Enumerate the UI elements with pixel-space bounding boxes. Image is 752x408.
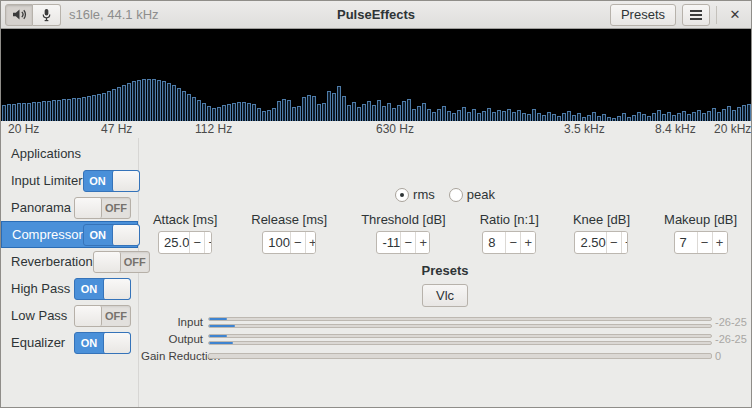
spin-value[interactable]: 100: [263, 232, 290, 253]
spin-value[interactable]: -11: [377, 232, 400, 253]
spectrum-bar: [372, 105, 376, 121]
spectrum-bar: [357, 107, 361, 121]
param-release-ms: Release [ms]100−+: [251, 212, 327, 254]
toggle-knob: [112, 171, 139, 191]
param-label: Knee [dB]: [573, 212, 630, 227]
presets-button[interactable]: Presets: [610, 4, 676, 26]
increment-button[interactable]: +: [712, 232, 727, 253]
peak-radio[interactable]: peak: [449, 187, 495, 202]
rms-radio[interactable]: rms: [395, 187, 435, 202]
spin-value[interactable]: 7: [675, 232, 697, 253]
spectrum-bar: [637, 112, 641, 121]
spectrum-bar: [737, 107, 741, 121]
spectrum-bar: [182, 91, 186, 121]
sidebar: Applications Input LimiterONPanoramaOFFC…: [1, 138, 139, 407]
param-label: Release [ms]: [251, 212, 327, 227]
spectrum-bar: [662, 114, 666, 121]
increment-button[interactable]: +: [415, 232, 430, 253]
increment-button[interactable]: +: [520, 232, 535, 253]
spectrum-bar: [12, 104, 16, 121]
spectrum-bar: [472, 109, 476, 121]
spin-value[interactable]: 8: [483, 232, 505, 253]
spectrum-bar: [432, 112, 436, 121]
spectrum-bar: [47, 101, 51, 121]
toggle-panorama[interactable]: OFF: [74, 197, 131, 219]
spectrum-bar: [77, 98, 81, 121]
decrement-button[interactable]: −: [505, 232, 520, 253]
spectrum-bar: [157, 80, 161, 121]
toggle-knob: [112, 225, 139, 245]
spectrum-bar: [187, 94, 191, 121]
output-device-button[interactable]: [5, 4, 33, 26]
detection-mode-group: rms peak: [395, 187, 495, 202]
sidebar-item-label: Compressor: [12, 227, 83, 242]
sidebar-item-equalizer[interactable]: EqualizerON: [1, 329, 138, 356]
menu-button[interactable]: [682, 4, 710, 26]
toggle-low-pass[interactable]: OFF: [74, 305, 131, 327]
spectrum-bar: [82, 97, 86, 121]
spectrum-bar: [117, 87, 121, 121]
spectrum-bar: [317, 104, 321, 121]
spectrum-bar: [517, 110, 521, 121]
spectrum-bar: [642, 114, 646, 121]
sidebar-item-compressor[interactable]: CompressorON: [1, 221, 138, 248]
ratio-n1-spinbutton: 8−+: [482, 231, 536, 254]
spectrum-bar: [602, 114, 606, 121]
param-knee-db: Knee [dB]2.50−+: [573, 212, 630, 254]
frequency-tick-label: 20 kHz: [714, 122, 751, 136]
toggle-knob: [75, 198, 102, 218]
meter-output: Output-26-25: [141, 333, 750, 345]
decrement-button[interactable]: −: [400, 232, 415, 253]
spectrum-bar: [87, 96, 91, 121]
level-bar-trough: [208, 317, 712, 321]
param-makeup-db: Makeup [dB]7−+: [664, 212, 737, 254]
toggle-equalizer[interactable]: ON: [74, 332, 131, 354]
spectrum-bar: [322, 103, 326, 121]
preset-vlc-button[interactable]: Vlc: [422, 284, 468, 307]
decrement-button[interactable]: −: [697, 232, 712, 253]
param-label: Threshold [dB]: [361, 212, 446, 227]
spectrum-bar: [417, 106, 421, 121]
sidebar-item-reverberation[interactable]: ReverberationOFF: [1, 248, 138, 275]
increment-button[interactable]: +: [621, 232, 629, 253]
toggle-high-pass[interactable]: ON: [74, 278, 131, 300]
increment-button[interactable]: +: [305, 232, 316, 253]
input-device-button[interactable]: [33, 4, 61, 26]
spectrum-bar: [487, 108, 491, 121]
spectrum-bar: [307, 95, 311, 121]
decrement-button[interactable]: −: [189, 232, 204, 253]
sidebar-item-label: Panorama: [11, 200, 74, 215]
toggle-compressor[interactable]: ON: [83, 224, 140, 246]
spin-value[interactable]: 2.50: [575, 232, 605, 253]
decrement-button[interactable]: −: [290, 232, 305, 253]
sidebar-item-input-limiter[interactable]: Input LimiterON: [1, 167, 138, 194]
spin-value[interactable]: 25.0: [159, 232, 189, 253]
spectrum-bar: [237, 102, 241, 121]
spectrum-bar: [482, 111, 486, 121]
decrement-button[interactable]: −: [606, 232, 621, 253]
spectrum-bar: [382, 106, 386, 121]
level-bar-trough: [208, 341, 712, 345]
meter-label: Gain Reduction: [141, 350, 203, 362]
spectrum-bar: [522, 113, 526, 121]
close-button[interactable]: ✕: [723, 4, 747, 26]
spectrum-bar: [267, 110, 271, 121]
spectrum-bar: [122, 85, 126, 121]
toggle-input-limiter[interactable]: ON: [83, 170, 140, 192]
sidebar-item-high-pass[interactable]: High PassON: [1, 275, 138, 302]
io-device-toggle-group: [5, 4, 61, 26]
sidebar-item-panorama[interactable]: PanoramaOFF: [1, 194, 138, 221]
spectrum-bar: [742, 105, 746, 121]
increment-button[interactable]: +: [204, 232, 212, 253]
spectrum-bar: [732, 110, 736, 121]
spectrum-bar: [72, 98, 76, 121]
spectrum-bar: [652, 113, 656, 121]
spectrum-bar: [367, 101, 371, 121]
spectrum-bar: [142, 79, 146, 121]
frequency-tick-label: 47 Hz: [101, 122, 132, 136]
sidebar-item-label: High Pass: [11, 281, 74, 296]
spectrum-bar: [677, 113, 681, 121]
sidebar-item-low-pass[interactable]: Low PassOFF: [1, 302, 138, 329]
spectrum-bar: [717, 112, 721, 121]
toggle-state-label: OFF: [102, 306, 130, 326]
